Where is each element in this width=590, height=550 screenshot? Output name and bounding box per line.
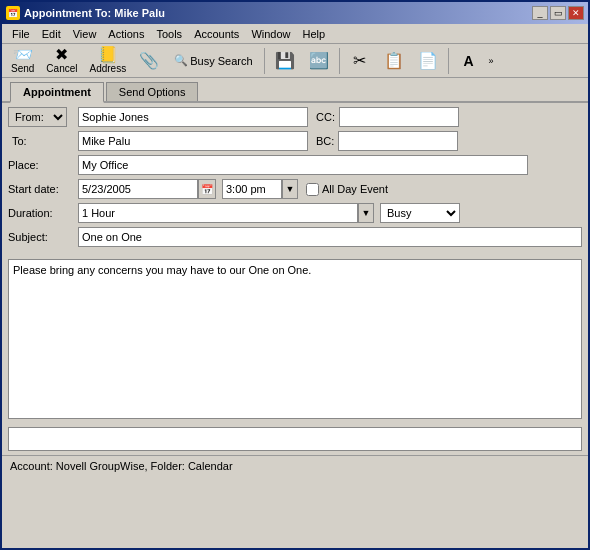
menu-window[interactable]: Window [245,26,296,42]
start-date-label: Start date: [8,183,78,195]
close-button[interactable]: ✕ [568,6,584,20]
window-title: Appointment To: Mike Palu [24,7,165,19]
cc-input[interactable] [339,107,459,127]
cut-button[interactable]: ✂ [344,50,376,72]
toolbar: 📨 Send ✖ Cancel 📒 Address 📎 🔍 Busy Searc… [2,44,588,78]
cancel-label: Cancel [46,63,77,74]
toolbar-separator-1 [264,48,265,74]
font-icon: A [464,54,474,68]
subject-label: Subject: [8,231,78,243]
send-button[interactable]: 📨 Send [6,44,39,77]
duration-row: Duration: ▼ Busy Free Tentative Out of O… [8,203,582,223]
busy-select[interactable]: Busy Free Tentative Out of Office [380,203,460,223]
from-input[interactable] [78,107,308,127]
tab-send-options[interactable]: Send Options [106,82,199,101]
tab-bar: Appointment Send Options [2,78,588,103]
menu-tools[interactable]: Tools [150,26,188,42]
attachment-bar [8,427,582,451]
minimize-button[interactable]: _ [532,6,548,20]
calendar-button[interactable]: 📅 [198,179,216,199]
toolbar-expand[interactable]: » [487,56,496,66]
main-window: 📅 Appointment To: Mike Palu _ ▭ ✕ File E… [0,0,590,550]
toolbar-separator-2 [339,48,340,74]
duration-button[interactable]: ▼ [358,203,374,223]
toolbar-separator-3 [448,48,449,74]
cut-icon: ✂ [353,53,366,69]
binoculars-icon: 🔍 [174,54,188,67]
menu-file[interactable]: File [6,26,36,42]
start-date-row: Start date: 📅 ▼ All Day Event [8,179,582,199]
message-text: Please bring any concerns you may have t… [13,264,311,276]
cc-area: CC: [316,107,459,127]
cc-label: CC: [316,111,335,123]
tab-appointment-label: Appointment [23,86,91,98]
app-icon: 📅 [6,6,20,20]
busy-search-label: Busy Search [190,55,252,67]
bc-area: BC: [316,131,458,151]
tab-send-options-label: Send Options [119,86,186,98]
copy-button[interactable]: 📋 [378,50,410,72]
menu-view[interactable]: View [67,26,103,42]
paste-icon: 📄 [418,53,438,69]
start-time-input[interactable] [222,179,282,199]
maximize-button[interactable]: ▭ [550,6,566,20]
from-label: From: Name: [8,107,78,127]
menu-bar: File Edit View Actions Tools Accounts Wi… [2,24,588,44]
duration-input[interactable] [78,203,358,223]
form-area: From: Name: CC: To: BC: Place: [2,103,588,255]
font-button[interactable]: A [453,51,485,71]
spell-button[interactable]: 🔤 [303,50,335,72]
busy-search-button[interactable]: 🔍 Busy Search [167,51,259,70]
copy-icon: 📋 [384,53,404,69]
from-dropdown[interactable]: From: Name: [8,107,67,127]
date-input-wrap: 📅 [78,179,216,199]
tab-appointment[interactable]: Appointment [10,82,104,103]
place-label: Place: [8,159,78,171]
time-button[interactable]: ▼ [282,179,298,199]
to-input[interactable] [78,131,308,151]
title-bar: 📅 Appointment To: Mike Palu _ ▭ ✕ [2,2,588,24]
message-body[interactable]: Please bring any concerns you may have t… [8,259,582,419]
all-day-label: All Day Event [322,183,388,195]
save-icon: 💾 [275,53,295,69]
cancel-icon: ✖ [55,47,68,63]
all-day-wrap: All Day Event [306,183,388,196]
all-day-checkbox[interactable] [306,183,319,196]
menu-help[interactable]: Help [297,26,332,42]
bc-input[interactable] [338,131,458,151]
address-icon: 📒 [98,47,118,63]
send-label: Send [11,63,34,74]
place-row: Place: [8,155,582,175]
send-icon: 📨 [13,47,33,63]
paperclip-button[interactable]: 📎 [133,50,165,72]
duration-label: Duration: [8,207,78,219]
status-bar: Account: Novell GroupWise, Folder: Calen… [2,455,588,475]
address-button[interactable]: 📒 Address [85,44,132,77]
title-bar-buttons: _ ▭ ✕ [532,6,584,20]
bc-label: BC: [316,135,334,147]
cancel-button[interactable]: ✖ Cancel [41,44,82,77]
paperclip-icon: 📎 [139,53,159,69]
spell-icon: 🔤 [309,53,329,69]
paste-button[interactable]: 📄 [412,50,444,72]
start-date-input[interactable] [78,179,198,199]
address-label: Address [90,63,127,74]
place-input[interactable] [78,155,528,175]
subject-row: Subject: [8,227,582,247]
menu-actions[interactable]: Actions [102,26,150,42]
title-bar-left: 📅 Appointment To: Mike Palu [6,6,165,20]
menu-accounts[interactable]: Accounts [188,26,245,42]
save-button[interactable]: 💾 [269,50,301,72]
from-row: From: Name: CC: [8,107,582,127]
status-text: Account: Novell GroupWise, Folder: Calen… [10,460,233,472]
menu-edit[interactable]: Edit [36,26,67,42]
to-label: To: [8,135,78,147]
time-wrap: ▼ [222,179,298,199]
subject-input[interactable] [78,227,582,247]
to-row: To: BC: [8,131,582,151]
